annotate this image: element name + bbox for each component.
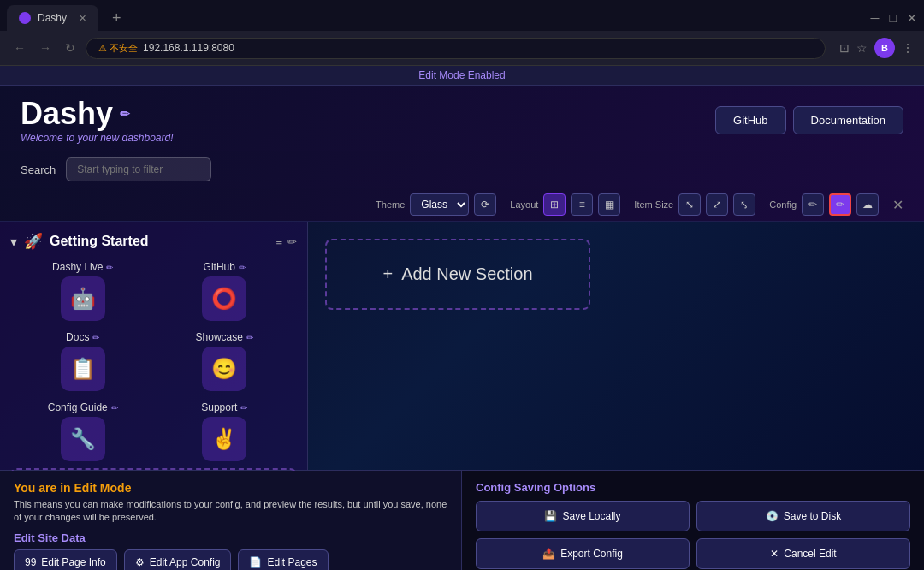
header-buttons: GitHub Documentation: [715, 106, 903, 134]
save-locally-button[interactable]: 💾 Save Locally: [476, 501, 690, 531]
edit-mode-banner: Edit Mode Enabled: [0, 66, 924, 86]
edit-pages-icon: 📄: [249, 556, 262, 568]
back-btn[interactable]: ←: [10, 39, 29, 56]
item-size-medium-btn[interactable]: ⤢: [706, 193, 728, 216]
documentation-button[interactable]: Documentation: [793, 106, 903, 134]
bottom-left-panel: You are in Edit Mode This means you can …: [0, 471, 462, 570]
add-section-label: Add New Section: [401, 264, 532, 284]
toolbar: Theme Glass ⟳ Layout ⊞ ≡ ▦ Item Size ⤡ ⤢…: [0, 188, 924, 222]
layout-list-btn[interactable]: ≡: [571, 193, 593, 216]
close-window-btn[interactable]: ✕: [907, 11, 917, 25]
item-icon[interactable]: 🤖: [61, 276, 105, 321]
config-cloud-btn[interactable]: ☁: [856, 193, 879, 216]
item-size-label: Item Size: [634, 199, 673, 210]
section-icon: 🚀: [24, 232, 43, 251]
item-edit-icon[interactable]: ✏: [246, 333, 253, 342]
address-bar[interactable]: ⚠ 不安全 192.168.1.119:8080: [86, 38, 826, 59]
item-edit-icon[interactable]: ✏: [240, 403, 247, 413]
title-edit-icon[interactable]: ✏: [120, 107, 130, 121]
bottom-panel: You are in Edit Mode This means you can …: [0, 470, 924, 570]
theme-group: Theme Glass ⟳: [376, 193, 496, 216]
theme-icon-btn[interactable]: ⟳: [474, 193, 496, 216]
theme-select[interactable]: Glass: [410, 193, 469, 216]
item-edit-icon[interactable]: ✏: [239, 263, 246, 272]
maximize-btn[interactable]: □: [890, 11, 897, 25]
config-btn-grid: 💾 Save Locally 💿 Save to Disk 📤 Export C…: [476, 501, 910, 569]
item-label: Support: [201, 401, 237, 413]
item-edit-icon[interactable]: ✏: [106, 263, 113, 272]
item-icon[interactable]: 😊: [202, 347, 246, 391]
add-section-plus-icon: +: [382, 264, 393, 284]
profile-btn[interactable]: B: [874, 38, 895, 58]
menu-icon[interactable]: ⋮: [902, 41, 914, 55]
item-icon[interactable]: ✌: [202, 417, 246, 461]
cancel-edit-icon: ✕: [770, 548, 779, 560]
cancel-edit-label: Cancel Edit: [784, 548, 836, 560]
item-label: Docs: [66, 331, 89, 343]
browser-tab[interactable]: Dashy ✕: [7, 5, 98, 31]
config-edit-btn[interactable]: ✏: [802, 193, 824, 216]
edit-pages-button[interactable]: 📄 Edit Pages: [238, 549, 328, 570]
item-edit-icon[interactable]: ✏: [92, 333, 99, 342]
bottom-right-panel: Config Saving Options 💾 Save Locally 💿 S…: [462, 471, 924, 570]
edit-mode-title: You are in Edit Mode: [14, 481, 447, 495]
save-locally-label: Save Locally: [562, 510, 620, 522]
toolbar-close-icon[interactable]: ✕: [892, 197, 903, 213]
section-reorder-icon[interactable]: ≡: [275, 235, 282, 248]
minimize-btn[interactable]: ─: [871, 11, 880, 25]
add-section-button[interactable]: + Add New Section: [325, 239, 590, 310]
new-tab-btn[interactable]: +: [112, 9, 121, 27]
save-to-disk-button[interactable]: 💿 Save to Disk: [696, 501, 910, 531]
tab-close-btn[interactable]: ✕: [79, 13, 86, 24]
item-icon[interactable]: 🔧: [61, 417, 105, 461]
layout-compact-btn[interactable]: ▦: [598, 193, 620, 216]
export-config-button[interactable]: 📤 Export Config: [476, 538, 690, 569]
export-config-icon: 📤: [542, 548, 555, 560]
layout-grid-btn[interactable]: ⊞: [543, 193, 566, 216]
item-icon[interactable]: 📋: [61, 347, 105, 391]
item-size-large-btn[interactable]: ⤣: [733, 193, 755, 216]
item-icon[interactable]: ⭕: [202, 276, 246, 321]
list-item: Config Guide ✏ 🔧: [17, 401, 149, 461]
main-area: + Add New Section: [308, 222, 924, 470]
list-item: Support ✏ ✌: [159, 401, 291, 461]
items-grid: Dashy Live ✏ 🤖 GitHub ✏ ⭕ Docs ✏ 📋: [10, 261, 297, 461]
layout-label: Layout: [510, 199, 538, 210]
bookmark-icon[interactable]: ☆: [856, 41, 868, 55]
cancel-edit-button[interactable]: ✕ Cancel Edit: [696, 538, 910, 569]
edit-app-config-button[interactable]: ⚙ Edit App Config: [124, 549, 232, 570]
layout-group: Layout ⊞ ≡ ▦: [510, 193, 620, 216]
section-header: ▾ 🚀 Getting Started ≡ ✏: [10, 232, 297, 251]
section-edit-icon[interactable]: ✏: [287, 235, 297, 248]
save-to-disk-icon: 💿: [766, 510, 779, 522]
cast-icon[interactable]: ⊡: [839, 41, 850, 55]
app-title-area: Dashy ✏ Welcome to your new dashboard!: [21, 96, 174, 144]
item-label-row: Dashy Live ✏: [52, 261, 113, 273]
refresh-btn[interactable]: ↻: [62, 39, 79, 56]
section-toggle-icon[interactable]: ▾: [10, 234, 17, 250]
export-config-label: Export Config: [560, 548, 623, 560]
window-controls: ─ □ ✕: [871, 11, 917, 25]
edit-buttons-row: 99 Edit Page Info ⚙ Edit App Config 📄 Ed…: [14, 549, 447, 570]
browser-controls-bar: ← → ↻ ⚠ 不安全 192.168.1.119:8080 ⊡ ☆ B ⋮: [0, 31, 924, 65]
github-button[interactable]: GitHub: [715, 106, 785, 134]
edit-app-config-label: Edit App Config: [150, 556, 221, 568]
security-warning: ⚠ 不安全: [98, 42, 138, 55]
item-size-small-btn[interactable]: ⤡: [678, 193, 701, 216]
config-pencil-btn[interactable]: ✏: [829, 193, 851, 216]
list-item: Dashy Live ✏ 🤖: [17, 261, 149, 321]
search-input[interactable]: [66, 157, 211, 181]
edit-page-info-button[interactable]: 99 Edit Page Info: [14, 549, 117, 570]
item-label-row: Docs ✏: [66, 331, 99, 343]
save-locally-icon: 💾: [544, 510, 557, 522]
forward-btn[interactable]: →: [36, 39, 55, 56]
search-label: Search: [21, 163, 56, 176]
edit-banner-text: Edit Mode Enabled: [418, 69, 505, 81]
item-edit-icon[interactable]: ✏: [111, 403, 118, 413]
item-label: Dashy Live: [52, 261, 103, 273]
tab-bar: Dashy ✕ + ─ □ ✕: [0, 0, 924, 31]
main-content: ▾ 🚀 Getting Started ≡ ✏ Dashy Live ✏ 🤖 G…: [0, 222, 924, 470]
edit-page-info-icon: 99: [25, 556, 36, 568]
edit-page-info-label: Edit Page Info: [41, 556, 105, 568]
item-label-row: GitHub ✏: [204, 261, 246, 273]
